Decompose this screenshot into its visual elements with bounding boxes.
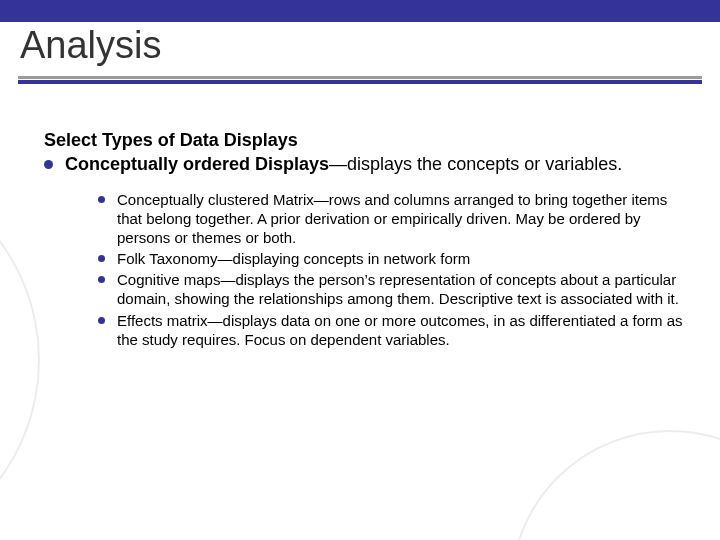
bullet-dot-icon (98, 317, 105, 324)
slide-title: Analysis (20, 24, 162, 67)
title-rule-grey (18, 76, 702, 79)
bullet-level2: Cognitive maps—displays the person’s rep… (98, 270, 684, 308)
bullet-level2-text: Effects matrix—displays data on one or m… (117, 311, 684, 349)
section-heading: Select Types of Data Displays (44, 130, 684, 151)
slide-body: Select Types of Data Displays Conceptual… (44, 130, 684, 351)
bullet-dot-icon (98, 255, 105, 262)
bullet-level1: Conceptually ordered Displays—displays t… (44, 153, 684, 176)
decorative-circle-left (0, 160, 40, 540)
bullet-level2-text: Folk Taxonomy—displaying concepts in net… (117, 249, 470, 268)
bullet-lead: Conceptually ordered Displays (65, 154, 329, 174)
decorative-circle-bottom-right (510, 430, 720, 540)
title-rule-blue (18, 80, 702, 84)
bullet-level2-text: Conceptually clustered Matrix—rows and c… (117, 190, 684, 248)
bullet-level2-text: Cognitive maps—displays the person’s rep… (117, 270, 684, 308)
bullet-level2: Folk Taxonomy—displaying concepts in net… (98, 249, 684, 268)
bullet-level2: Conceptually clustered Matrix—rows and c… (98, 190, 684, 248)
sub-bullet-list: Conceptually clustered Matrix—rows and c… (98, 190, 684, 350)
bullet-dot-icon (98, 196, 105, 203)
header-bar (0, 0, 720, 22)
bullet-level1-text: Conceptually ordered Displays—displays t… (65, 153, 622, 176)
bullet-level2: Effects matrix—displays data on one or m… (98, 311, 684, 349)
bullet-dot-icon (44, 160, 53, 169)
bullet-dot-icon (98, 276, 105, 283)
bullet-rest: —displays the concepts or variables. (329, 154, 622, 174)
